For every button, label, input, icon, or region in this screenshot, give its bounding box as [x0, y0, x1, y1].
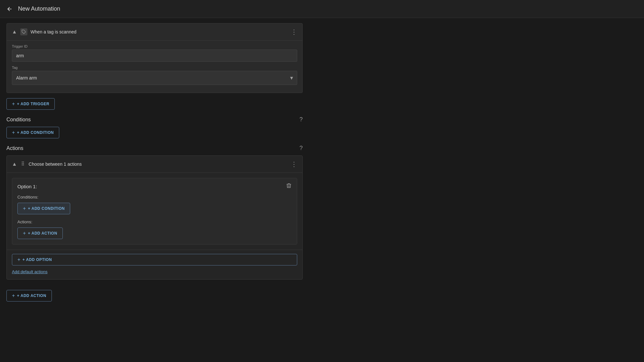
plus-icon: +	[12, 101, 15, 107]
trigger-id-label: Trigger ID	[12, 44, 297, 48]
plus-icon: +	[12, 293, 15, 299]
actions-help-icon[interactable]: ?	[299, 145, 303, 152]
actions-block-title: Choose between 1 actions	[29, 162, 291, 167]
conditions-section-header: Conditions ?	[6, 116, 303, 123]
bottom-add-action-button[interactable]: + + ADD ACTION	[6, 290, 52, 302]
tag-icon	[20, 28, 27, 35]
option-1-add-condition-label: + ADD CONDITION	[28, 206, 65, 211]
page-title: New Automation	[18, 5, 60, 12]
option-1-actions-label: Actions:	[17, 219, 292, 224]
conditions-help-icon[interactable]: ?	[299, 116, 303, 123]
plus-icon: +	[17, 257, 21, 263]
drag-icon[interactable]	[20, 161, 25, 167]
chevron-down-icon: ▾	[290, 74, 293, 81]
option-1-block: Option 1: Conditions: + + ADD CONDITION	[12, 178, 297, 245]
trigger-fields: Trigger ID arm Tag Alarm arm ▾	[7, 41, 302, 93]
option-1-title: Option 1:	[17, 184, 37, 189]
trigger-title: When a tag is scanned	[31, 29, 291, 34]
main-content: ▲ When a tag is scanned ⋮ Trigger ID arm…	[0, 18, 309, 362]
trigger-tag-select[interactable]: Alarm arm ▾	[12, 71, 297, 85]
collapse-icon[interactable]: ▲	[12, 29, 17, 35]
back-button[interactable]	[6, 6, 13, 12]
svg-point-5	[22, 165, 22, 165]
trigger-more-icon[interactable]: ⋮	[291, 28, 297, 36]
conditions-title: Conditions	[6, 117, 31, 123]
actions-collapse-icon[interactable]: ▲	[12, 161, 17, 167]
option-1-add-action-label: + ADD ACTION	[28, 231, 57, 236]
trigger-id-group: Trigger ID arm	[12, 44, 297, 62]
actions-footer: + + ADD OPTION Add default actions	[7, 250, 302, 279]
actions-block: ▲ Choose between 1 actions ⋮ Option 1:	[6, 155, 303, 280]
trigger-id-value: arm	[12, 50, 297, 62]
trigger-block: ▲ When a tag is scanned ⋮ Trigger ID arm…	[6, 23, 303, 93]
app-header: New Automation	[0, 0, 644, 18]
actions-block-header: ▲ Choose between 1 actions ⋮	[7, 156, 302, 173]
option-1-add-condition-button[interactable]: + + ADD CONDITION	[17, 203, 70, 214]
add-trigger-button[interactable]: + + ADD TRIGGER	[6, 98, 55, 110]
svg-point-2	[23, 162, 24, 162]
bottom-add-action-label: + ADD ACTION	[17, 293, 46, 298]
add-condition-button[interactable]: + + ADD CONDITION	[6, 127, 59, 138]
option-1-body: Conditions: + + ADD CONDITION Actions: +…	[12, 195, 297, 244]
option-1-add-action-button[interactable]: + + ADD ACTION	[17, 227, 63, 239]
add-option-label: + ADD OPTION	[23, 257, 52, 262]
option-1-conditions-label: Conditions:	[17, 195, 292, 200]
add-trigger-label: + ADD TRIGGER	[17, 102, 49, 106]
option-1-header: Option 1:	[12, 178, 297, 195]
actions-block-more-icon[interactable]: ⋮	[291, 160, 297, 168]
trigger-tag-value: Alarm arm	[16, 75, 37, 80]
svg-point-1	[22, 162, 22, 162]
add-default-actions-button[interactable]: Add default actions	[12, 269, 297, 274]
trigger-tag-group: Tag Alarm arm ▾	[12, 66, 297, 85]
svg-point-3	[22, 163, 22, 163]
add-option-button[interactable]: + + ADD OPTION	[12, 254, 297, 265]
option-1-delete-icon[interactable]	[286, 183, 292, 190]
plus-icon: +	[12, 130, 15, 135]
actions-title: Actions	[6, 145, 23, 151]
svg-point-6	[23, 165, 24, 165]
svg-point-4	[23, 163, 24, 163]
plus-icon: +	[23, 230, 26, 236]
trigger-header: ▲ When a tag is scanned ⋮	[7, 23, 302, 41]
trigger-tag-label: Tag	[12, 66, 297, 70]
bottom-action-area: + + ADD ACTION	[6, 285, 303, 307]
actions-section-header: Actions ?	[6, 145, 303, 152]
add-condition-label: + ADD CONDITION	[17, 130, 54, 135]
plus-icon: +	[23, 206, 26, 211]
